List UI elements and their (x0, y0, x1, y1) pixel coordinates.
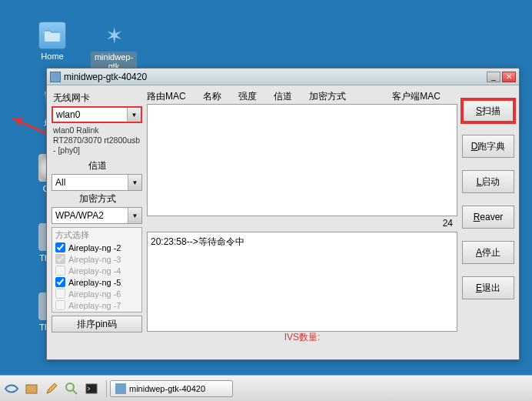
method-label: Aireplay-ng -6 (68, 289, 121, 299)
desktop-icon-app[interactable]: ✶ minidwep-gtk (91, 22, 137, 72)
col-encryption: 加密方式 (309, 90, 346, 104)
channel-dropdown[interactable]: All ▼ (52, 174, 142, 191)
adapter-info: wlan0 Ralink RT2870/3070 rt2800usb - [ph… (52, 123, 142, 158)
right-panel: S扫描 D跑字典 L启动 Reaver A停止 E退出 (462, 99, 514, 355)
sort-pin-button[interactable]: 排序pin码 (52, 316, 142, 332)
log-panel[interactable]: 20:23:58-->等待命令中 (147, 232, 457, 332)
col-router-mac: 路由MAC (147, 90, 186, 104)
close-button[interactable]: ✕ (502, 72, 516, 82)
svg-rect-3 (86, 384, 97, 393)
method-row: Aireplay-ng -3 (52, 253, 141, 265)
channel-value: All (52, 177, 128, 188)
method-row: Aireplay-ng -7 (52, 299, 141, 311)
chevron-down-icon: ▼ (128, 208, 141, 223)
center-panel: 路由MAC 名称 强度 信道 加密方式 客户端MAC 24 20:23:58--… (147, 90, 457, 344)
method-row[interactable]: Aireplay-ng -5 (52, 276, 141, 288)
start-button[interactable]: L启动 (462, 170, 514, 193)
minimize-button[interactable]: _ (487, 72, 500, 82)
titlebar[interactable]: minidwep-gtk-40420 _ ✕ (47, 69, 519, 85)
row-counter: 24 (443, 218, 453, 229)
window-icon (50, 72, 61, 82)
col-channel: 信道 (274, 90, 292, 104)
reaver-button[interactable]: Reaver (462, 206, 514, 229)
network-list[interactable] (147, 104, 457, 216)
method-checkbox[interactable] (55, 242, 65, 252)
svg-rect-1 (26, 385, 37, 393)
method-checkbox[interactable] (55, 277, 65, 287)
left-panel: 无线网卡 wlan0 ▼ wlan0 Ralink RT2870/3070 rt… (52, 90, 142, 355)
method-checkbox (55, 254, 65, 264)
chevron-down-icon: ▼ (128, 175, 141, 190)
taskbar-item-label: minidwep-gtk-40420 (129, 384, 205, 393)
ivs-label: IVS数量: (147, 331, 457, 344)
method-label: Aireplay-ng -3 (68, 255, 121, 264)
method-label: Aireplay-ng -2 (68, 243, 121, 252)
method-checkbox (55, 266, 65, 276)
desktop-icon-label: Home (29, 52, 75, 61)
method-box: 方式选择 Aireplay-ng -2Aireplay-ng -3Airepla… (52, 227, 142, 312)
col-client-mac: 客户端MAC (392, 90, 441, 104)
method-row: Aireplay-ng -4 (52, 265, 141, 276)
folder-icon (38, 22, 66, 49)
column-headers: 路由MAC 名称 强度 信道 加密方式 客户端MAC (147, 90, 457, 104)
launcher-search[interactable] (63, 380, 80, 397)
method-label: Aireplay-ng -7 (68, 301, 121, 310)
col-strength: 强度 (238, 90, 257, 104)
desktop-icon-home[interactable]: Home (29, 22, 75, 61)
adapter-dropdown[interactable]: wlan0 ▼ (52, 106, 142, 123)
method-row[interactable]: Aireplay-ng -2 (52, 242, 141, 253)
encryption-label: 加密方式 (53, 192, 142, 206)
taskbar-separator (106, 380, 107, 397)
taskbar-item[interactable]: minidwep-gtk-40420 (110, 380, 233, 397)
col-name: 名称 (203, 90, 221, 104)
log-line: 20:23:58-->等待命令中 (151, 236, 454, 249)
stop-button[interactable]: A停止 (462, 241, 514, 264)
method-checkbox (55, 300, 65, 310)
method-label: Aireplay-ng -4 (68, 266, 121, 276)
method-label: Aireplay-ng -5 (68, 278, 121, 287)
launcher-menu[interactable] (3, 380, 20, 397)
gear-icon: ✶ (100, 22, 128, 49)
taskbar-item-icon (115, 383, 126, 394)
method-checkbox (55, 289, 65, 299)
channel-label: 信道 (53, 159, 142, 172)
launcher-files[interactable] (23, 380, 40, 397)
method-header: 方式选择 (52, 229, 141, 242)
window-title: minidwep-gtk-40420 (64, 72, 147, 82)
app-window: minidwep-gtk-40420 _ ✕ 无线网卡 wlan0 ▼ wlan… (46, 68, 520, 360)
encryption-value: WPA/WPA2 (52, 210, 128, 221)
encryption-dropdown[interactable]: WPA/WPA2 ▼ (52, 207, 142, 224)
launcher-edit[interactable] (43, 380, 60, 397)
svg-point-2 (66, 383, 74, 391)
wireless-adapter-label: 无线网卡 (53, 92, 142, 105)
scan-button[interactable]: S扫描 (462, 99, 514, 122)
method-row: Aireplay-ng -6 (52, 288, 141, 299)
adapter-value: wlan0 (53, 109, 127, 120)
exit-button[interactable]: E退出 (462, 276, 514, 299)
taskbar: minidwep-gtk-40420 (0, 375, 532, 401)
chevron-down-icon: ▼ (127, 108, 141, 122)
launcher-terminal[interactable] (83, 380, 100, 397)
dictionary-button[interactable]: D跑字典 (462, 135, 514, 158)
